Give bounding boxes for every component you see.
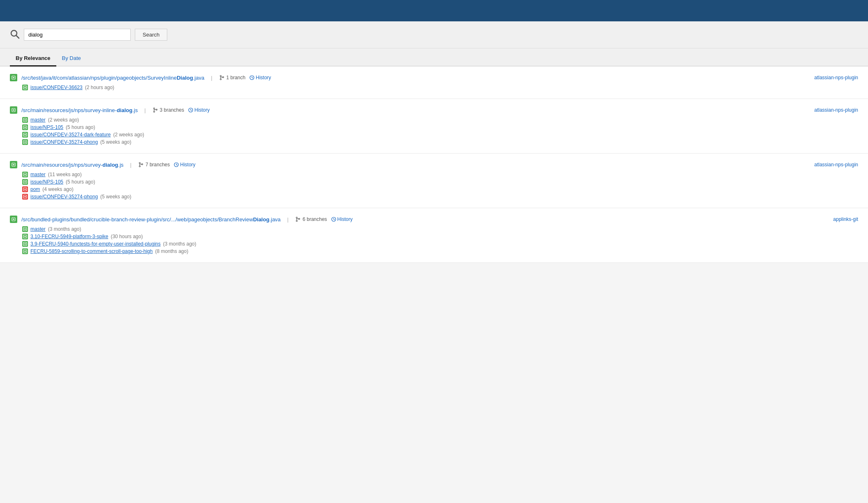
clock-icon	[174, 162, 179, 167]
history-link[interactable]: History	[174, 162, 195, 168]
branch-entry-icon	[22, 179, 28, 185]
branch-entry-icon	[22, 124, 28, 130]
tab-by-date[interactable]: By Date	[56, 51, 87, 67]
branch-count: 1 branch	[226, 75, 246, 80]
branch-entry-name[interactable]: master	[30, 117, 46, 123]
branch-entry: master(2 weeks ago)	[22, 116, 858, 124]
file-icon	[10, 74, 17, 81]
separator: |	[287, 216, 289, 223]
file-icon	[10, 161, 17, 168]
result-item: /src/main/resources/js/nps/survey-dialog…	[0, 154, 868, 208]
branch-icon	[295, 216, 301, 222]
svg-line-11	[252, 78, 253, 78]
branch-list: issue/CONFDEV-36623(2 hours ago)	[22, 84, 858, 91]
branch-count: 3 branches	[160, 107, 184, 113]
separator: |	[211, 75, 212, 81]
svg-point-63	[296, 220, 298, 222]
clock-icon	[331, 217, 336, 222]
history-link[interactable]: History	[188, 107, 210, 113]
branch-entry-name[interactable]: issue/NPS-105	[30, 179, 63, 185]
history-link[interactable]: History	[249, 75, 271, 80]
branch-entry: issue/CONFDEV-35274-phong(5 weeks ago)	[22, 193, 858, 200]
branch-entry: issue/CONFDEV-35274-phong(5 weeks ago)	[22, 138, 858, 146]
branch-entry-icon	[22, 172, 28, 177]
branch-entry-name[interactable]: issue/CONFDEV-35274-phong	[30, 194, 98, 200]
branch-entry-time: (4 weeks ago)	[42, 186, 73, 192]
branch-entry-time: (8 months ago)	[155, 248, 188, 254]
branch-list: master(3 months ago) 3.10-FECRU-5949-pla…	[22, 225, 858, 255]
file-path-link[interactable]: /src/main/resources/js/nps/survey-inline…	[21, 107, 138, 113]
file-icon	[10, 106, 17, 114]
svg-line-1	[16, 36, 19, 39]
branch-icon	[219, 75, 225, 80]
branch-entry-time: (3 months ago)	[163, 241, 196, 247]
svg-line-24	[191, 110, 192, 111]
branch-entry-time: (2 hours ago)	[85, 85, 114, 90]
separator: |	[130, 162, 132, 168]
file-path-link[interactable]: /src/bundled-plugins/bundled/crucible-br…	[21, 216, 281, 223]
branch-entry-time: (5 weeks ago)	[100, 139, 131, 145]
separator: |	[144, 107, 145, 113]
results-container: /src/test/java/it/com/atlassian/nps/plug…	[0, 67, 868, 263]
branch-info: 3 branches	[152, 107, 184, 113]
branch-entry: issue/NPS-105(5 hours ago)	[22, 124, 858, 131]
branch-entry-icon	[22, 85, 28, 90]
branch-entry: issue/NPS-105(5 hours ago)	[22, 178, 858, 186]
branch-entry-time: (3 months ago)	[48, 226, 81, 232]
search-input[interactable]	[24, 29, 131, 41]
branch-count: 6 branches	[302, 216, 327, 222]
repo-name: atlassian-nps-plugin	[814, 75, 858, 80]
svg-point-62	[296, 217, 298, 218]
branch-entry-name[interactable]: master	[30, 172, 46, 177]
result-item: /src/main/resources/js/nps/survey-inline…	[0, 99, 868, 154]
branch-entry-icon	[22, 241, 28, 247]
branch-entry-icon	[22, 117, 28, 123]
result-header: /src/main/resources/js/nps/survey-dialog…	[10, 161, 858, 168]
svg-point-41	[139, 166, 140, 167]
file-icon	[10, 216, 17, 223]
tab-by-relevance[interactable]: By Relevance	[10, 51, 56, 67]
branch-list: master(11 weeks ago) issue/NPS-105(5 hou…	[22, 171, 858, 200]
branch-entry-icon	[22, 132, 28, 138]
result-item: /src/bundled-plugins/bundled/crucible-br…	[0, 208, 868, 263]
branch-entry-name[interactable]: master	[30, 226, 46, 232]
branch-entry: 3.10-FECRU-5949-platform-3-spike(30 hour…	[22, 233, 858, 240]
file-path-link[interactable]: /src/main/resources/js/nps/survey-dialog…	[21, 162, 124, 168]
branch-entry-name[interactable]: 3.10-FECRU-5949-platform-3-spike	[30, 234, 108, 239]
branch-entry-icon	[22, 234, 28, 239]
branch-entry-name[interactable]: issue/NPS-105	[30, 124, 63, 130]
repo-name: atlassian-nps-plugin	[814, 107, 858, 113]
branch-count: 7 branches	[145, 162, 170, 168]
branch-entry-name[interactable]: issue/CONFDEV-35274-phong	[30, 139, 98, 145]
branch-entry: pom(4 weeks ago)	[22, 186, 858, 193]
branch-entry-name[interactable]: FECRU-5859-scrolling-to-comment-scroll-p…	[30, 248, 152, 254]
search-button[interactable]: Search	[135, 29, 167, 41]
branch-entry-name[interactable]: pom	[30, 186, 40, 192]
branch-entry-name[interactable]: issue/CONFDEV-36623	[30, 85, 83, 90]
branch-entry-name[interactable]: issue/CONFDEV-35274-dark-feature	[30, 132, 111, 138]
result-header: /src/bundled-plugins/bundled/crucible-br…	[10, 216, 858, 223]
file-path-link[interactable]: /src/test/java/it/com/atlassian/nps/plug…	[21, 75, 204, 81]
svg-point-6	[220, 79, 221, 80]
top-bar	[0, 0, 868, 21]
branch-icon	[152, 107, 158, 113]
branch-entry-icon	[22, 226, 28, 232]
branch-entry: master(11 weeks ago)	[22, 171, 858, 178]
svg-point-18	[153, 108, 155, 109]
branch-entry: issue/CONFDEV-35274-dark-feature(2 weeks…	[22, 131, 858, 138]
repo-name: applinks-git	[833, 216, 858, 222]
branch-entry-time: (11 weeks ago)	[48, 172, 82, 177]
branch-entry-time: (30 hours ago)	[111, 234, 143, 239]
clock-icon	[249, 75, 254, 80]
history-link[interactable]: History	[331, 216, 353, 222]
svg-point-5	[220, 76, 221, 77]
branch-entry-time: (5 weeks ago)	[100, 194, 131, 200]
branch-entry-icon	[22, 139, 28, 145]
branch-info: 1 branch	[219, 75, 246, 80]
sort-tabs: By Relevance By Date	[0, 48, 868, 67]
branch-entry-name[interactable]: 3.9-FECRU-5940-functests-for-empty-user-…	[30, 241, 161, 247]
search-icon	[10, 29, 20, 40]
branch-entry-time: (2 weeks ago)	[48, 117, 79, 123]
branch-entry: 3.9-FECRU-5940-functests-for-empty-user-…	[22, 240, 858, 248]
branch-list: master(2 weeks ago) issue/NPS-105(5 hour…	[22, 116, 858, 146]
